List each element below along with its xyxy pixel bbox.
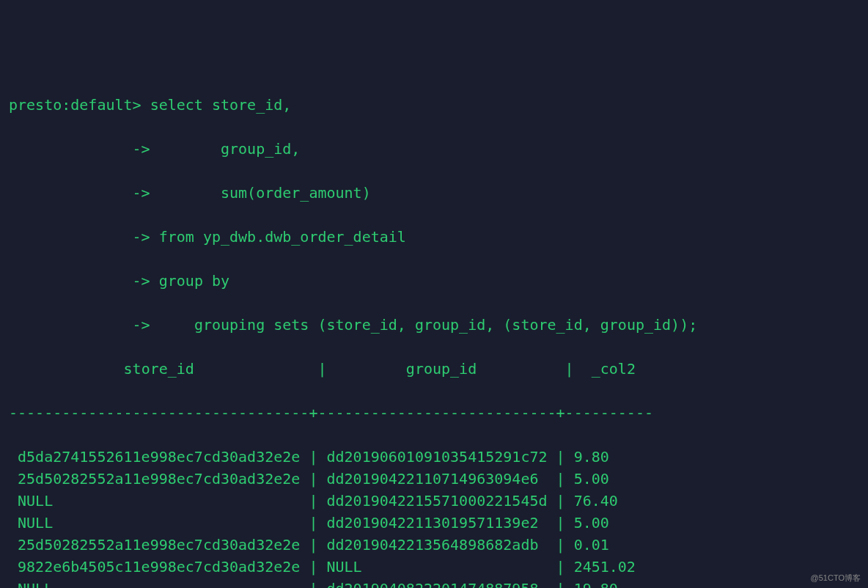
result-rows: d5da2741552611e998ec7cd30ad32e2e | dd201… xyxy=(9,446,859,588)
query-line-4: -> from yp_dwb.dwb_order_detail xyxy=(9,226,859,248)
separator-row: ----------------------------------+-----… xyxy=(9,402,859,424)
table-row: d5da2741552611e998ec7cd30ad32e2e | dd201… xyxy=(9,446,859,468)
query-line-2: -> group_id, xyxy=(9,138,859,160)
table-row: NULL | dd2019040822201474887958 | 19.80 xyxy=(9,578,859,588)
header-row: store_id | group_id | _col2 xyxy=(9,358,859,380)
table-row: 25d50282552a11e998ec7cd30ad32e2e | dd201… xyxy=(9,468,859,490)
table-row: NULL | dd2019042215571000221545d | 76.40 xyxy=(9,490,859,512)
query-line-1: presto:default> select store_id, xyxy=(9,94,859,116)
table-row: 25d50282552a11e998ec7cd30ad32e2e | dd201… xyxy=(9,534,859,556)
watermark: @51CTO博客 xyxy=(811,572,861,584)
query-line-5: -> group by xyxy=(9,270,859,292)
query-line-6: -> grouping sets (store_id, group_id, (s… xyxy=(9,314,859,336)
table-row: NULL | dd20190422113019571139e2 | 5.00 xyxy=(9,512,859,534)
query-line-3: -> sum(order_amount) xyxy=(9,182,859,204)
table-row: 9822e6b4505c11e998ec7cd30ad32e2e | NULL … xyxy=(9,556,859,578)
